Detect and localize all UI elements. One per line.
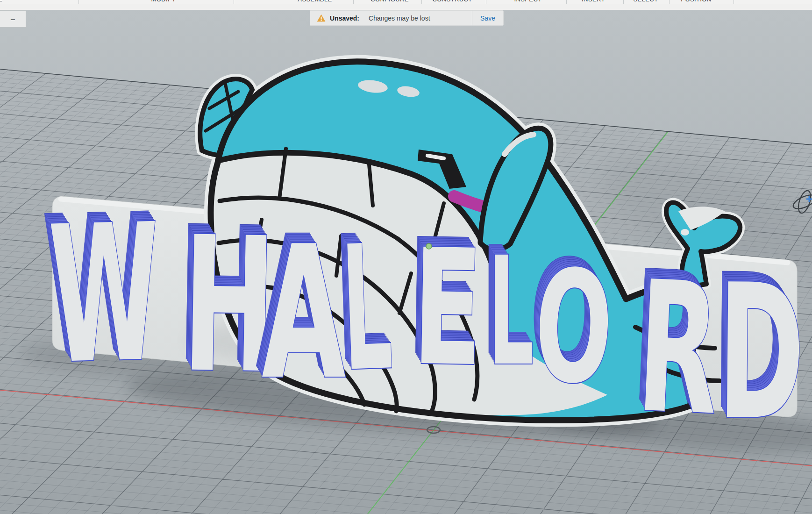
letter-W: WWWWWWW xyxy=(41,173,163,406)
svg-text:E: E xyxy=(412,215,484,402)
svg-text:W: W xyxy=(47,183,163,406)
top-toolbar: E MODIFY ASSEMBLE CONFIGURE CONSTRUCT IN… xyxy=(0,0,812,4)
tab-insert[interactable]: INSERT xyxy=(582,0,605,3)
app-window: WWWWWWWHHHHHHHAAAAAAALLLLLLLEEEEEEELLLLL… xyxy=(0,0,812,514)
svg-text:L: L xyxy=(339,207,395,409)
tab-position[interactable]: POSITION xyxy=(681,0,711,3)
letter-D: DDDDDDD xyxy=(711,234,805,462)
svg-text:D: D xyxy=(717,244,805,462)
3d-viewport[interactable]: WWWWWWWHHHHHHHAAAAAAALLLLLLLEEEEEEELLLLL… xyxy=(0,0,812,514)
tab-inspect[interactable]: INSPECT xyxy=(514,0,541,3)
banner-title: Unsaved: xyxy=(330,14,359,22)
banner-message: Changes may be lost xyxy=(369,14,472,22)
letter-E: EEEEEEE xyxy=(406,205,484,402)
letter-L: LLLLLLL xyxy=(333,197,395,410)
svg-text:O: O xyxy=(532,236,615,419)
sketch-point xyxy=(426,243,432,249)
tab-construct[interactable]: CONSTRUCT xyxy=(432,0,472,3)
tab-configure[interactable]: CONFIGURE xyxy=(370,0,409,3)
tab-assemble[interactable]: ASSEMBLE xyxy=(298,0,332,3)
warning-icon xyxy=(317,14,326,22)
tab-select[interactable]: SELECT xyxy=(634,0,658,3)
collapse-panel-button[interactable]: – xyxy=(0,10,26,28)
save-button[interactable]: Save xyxy=(472,14,503,22)
letter-R: RRRRRRR xyxy=(627,232,723,456)
letter-L: LLLLLLL xyxy=(482,214,534,399)
letter-A: AAAAAAA xyxy=(256,196,347,420)
tab-modify[interactable]: MODIFY xyxy=(151,0,176,3)
toolbar-tab-partial[interactable]: E xyxy=(0,0,2,3)
svg-text:R: R xyxy=(634,243,723,456)
toolbar-strip xyxy=(0,4,812,10)
unsaved-banner: Unsaved: Changes may be lost Save xyxy=(310,10,504,26)
letter-O: OOOOOOO xyxy=(526,226,616,419)
